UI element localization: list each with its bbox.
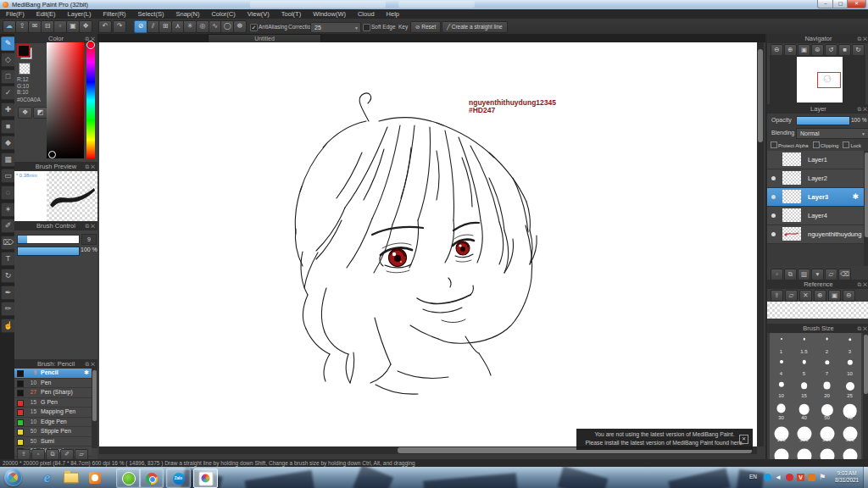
brush-size-cell[interactable]: 500 [793, 443, 816, 459]
close-icon[interactable]: ✕ [863, 325, 867, 331]
merge-layer-icon[interactable]: ▾ [811, 269, 824, 280]
delete-layer-icon[interactable]: ⌫ [838, 269, 851, 280]
chat-icon[interactable]: ✉ [28, 20, 42, 33]
visibility-dot-icon[interactable] [771, 176, 776, 180]
transparent-color-swatch[interactable] [19, 63, 31, 75]
gear-icon[interactable]: ✱ [84, 369, 89, 377]
visibility-dot-icon[interactable] [771, 214, 776, 218]
snap-curve-icon[interactable]: ∿ [209, 20, 222, 33]
brush-size-cell[interactable]: 400 [770, 443, 793, 459]
checkbox-clipping[interactable]: Clipping [813, 143, 839, 148]
brush-size-cell[interactable]: 5 [793, 355, 816, 378]
close-icon[interactable]: ✕ [91, 361, 95, 367]
brush-item[interactable]: 10Edge Pen [14, 418, 92, 428]
new-document-icon[interactable]: ▫ [53, 20, 67, 33]
brush-size-cell[interactable]: 1.5 [793, 333, 816, 356]
media-player-icon[interactable] [83, 469, 106, 486]
brush-size-cell[interactable]: 100 [770, 421, 793, 444]
layer-folder-icon[interactable]: ▱ [825, 269, 837, 280]
zoom-out-icon[interactable]: ⊖ [843, 290, 855, 302]
brush-size-cell[interactable]: 10 [838, 355, 861, 378]
cloud-icon[interactable]: ☁ [3, 20, 16, 33]
layer-row[interactable]: Layer2 [767, 169, 864, 188]
brush-size-cell[interactable]: 50 [815, 399, 839, 422]
menu-layerl[interactable]: Layer(L) [62, 9, 97, 19]
flag-icon[interactable]: ⚑ [819, 474, 826, 481]
select-eraser-tool[interactable]: ⌦ [1, 236, 15, 250]
rotate-ccw-icon[interactable]: ↺ [825, 44, 837, 56]
straight-line-button[interactable]: ╱ Create a straight line [442, 21, 508, 33]
chrome-icon[interactable] [139, 469, 164, 488]
fill-rect-tool[interactable]: ■ [1, 119, 15, 134]
brush-item[interactable]: 10Pen [14, 379, 92, 389]
close-icon[interactable]: ✕ [863, 106, 867, 112]
layer-row[interactable]: nguyenthithuydung [767, 225, 864, 244]
open-folder-icon[interactable]: ▱ [785, 290, 798, 302]
volume-icon[interactable]: ◄ [775, 474, 782, 481]
snap-grid-icon[interactable]: ⊞ [159, 20, 172, 33]
brush-size-cell[interactable]: 200 [815, 421, 839, 444]
rotate-cw-icon[interactable]: ↻ [852, 44, 865, 56]
visibility-dot-icon[interactable] [771, 195, 776, 199]
brush-size-cell[interactable]: 3 [838, 333, 861, 356]
close-icon[interactable]: ✕ [91, 164, 95, 169]
select-pen-tool[interactable]: ✐ [1, 219, 15, 233]
medibang-icon[interactable] [193, 469, 218, 488]
brush-size-cell[interactable]: 15 [793, 377, 816, 400]
rotate-tool[interactable]: ↻ [1, 269, 15, 283]
brush-opacity-slider[interactable] [17, 247, 80, 256]
snap-cross-icon[interactable]: ✳ [183, 20, 197, 33]
brush-item[interactable]: 50Sumi [14, 437, 92, 447]
update-icon[interactable] [808, 474, 815, 481]
fit-icon[interactable]: ▣ [828, 290, 841, 302]
hand-tool[interactable]: ☝ [1, 319, 15, 333]
brush-size-cell[interactable]: 600 [815, 443, 839, 459]
brush-item[interactable]: 27Pen (Sharp) [14, 388, 92, 398]
zalo-icon[interactable]: Zalo [166, 469, 191, 488]
canvas[interactable]: nguyenthithuydung12345 #HD247 [99, 42, 757, 446]
soft-edge-checkbox[interactable] [363, 24, 370, 31]
start-button[interactable] [4, 469, 22, 486]
gradient-tool[interactable]: ▦ [1, 152, 15, 167]
antialiasing-checkbox[interactable]: ✓ [250, 24, 258, 31]
zoom-in-icon[interactable]: ⊕ [784, 44, 797, 56]
palette-settings-icon[interactable]: ❖ [79, 20, 92, 33]
palette-icon[interactable]: ❖ [18, 107, 32, 119]
brush-item[interactable]: 15G Pen [14, 398, 92, 408]
brush-size-slider[interactable] [17, 235, 80, 244]
brush-size-scrollbar[interactable] [863, 333, 868, 459]
popout-icon[interactable]: ⧉ [858, 36, 862, 42]
marquee-tool[interactable]: ▭ [1, 169, 15, 183]
language-indicator[interactable]: EN [749, 474, 757, 480]
blending-dropdown[interactable]: Normal▼ [796, 128, 868, 139]
brush-size-cell[interactable]: 2 [815, 333, 839, 356]
comment-icon[interactable]: ⊟ [41, 20, 54, 33]
brush-size-value[interactable]: 9 [81, 234, 97, 245]
hue-cursor[interactable] [86, 41, 95, 49]
select-move-tool[interactable]: ✓ [1, 86, 15, 100]
brush-item[interactable]: 9Pencil✱ [14, 369, 92, 379]
visibility-dot-icon[interactable] [771, 232, 776, 236]
folder-icon[interactable] [59, 469, 82, 486]
clear-icon[interactable]: ✕ [799, 290, 812, 302]
text-tool[interactable]: T [1, 252, 15, 266]
menu-selects[interactable]: Select(S) [132, 9, 170, 19]
navigator-view-rect[interactable] [817, 72, 841, 88]
lasso-tool[interactable]: ◌ [1, 186, 15, 200]
reset-button[interactable]: ⊘ Reset [410, 21, 441, 33]
brush-size-cell[interactable]: 70 [838, 399, 861, 422]
redo-icon[interactable]: ↷ [113, 20, 126, 33]
network-icon[interactable] [786, 474, 793, 481]
upload-icon[interactable]: ⇪ [15, 20, 29, 33]
import-icon[interactable]: ⇪ [771, 290, 783, 302]
close-icon[interactable]: ✕ [91, 223, 95, 229]
duplicate-layer-icon[interactable]: ⧉ [784, 269, 797, 280]
fit-icon[interactable]: ▣ [798, 44, 810, 56]
pen-tool[interactable]: ✒ [1, 286, 15, 300]
snap-parallel-icon[interactable]: ⫽ [147, 20, 160, 33]
snap-settings-icon[interactable]: ☸ [233, 20, 247, 33]
undo-icon[interactable]: ↶ [98, 20, 112, 33]
layer-row[interactable]: Layer4 [767, 207, 864, 225]
rect-tool[interactable]: □ [1, 69, 15, 84]
ie-icon[interactable]: e [36, 469, 58, 486]
